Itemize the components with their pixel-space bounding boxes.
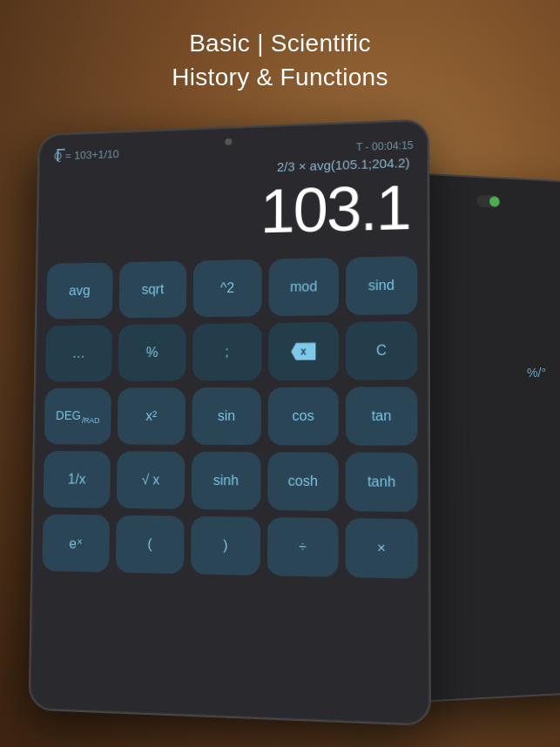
title-area: Basic | Scientific History & Functions <box>0 26 560 94</box>
timer-text: T - 00:04:15 <box>356 138 414 152</box>
main-tablet: Γ Q = 103+1/10 T - 00:04:15 2/3 × avg(10… <box>28 118 431 726</box>
btn-mod[interactable]: mod <box>268 258 339 316</box>
btn-divide[interactable]: ÷ <box>267 517 339 577</box>
indicator-dot <box>489 196 500 206</box>
title-line2: History & Functions <box>0 60 560 94</box>
history-expression: Q = 103+1/10 <box>54 147 119 162</box>
btn-exp[interactable]: eˣ <box>42 515 109 573</box>
btn-open-paren[interactable]: ( <box>116 515 185 574</box>
btn-semicolon[interactable]: ; <box>192 323 261 380</box>
btn-tanh[interactable]: tanh <box>346 453 418 512</box>
main-result: 103.1 <box>51 173 414 251</box>
btn-row-1: avg sqrt ^2 mod sind <box>46 256 417 320</box>
btn-cosh[interactable]: cosh <box>267 452 338 511</box>
btn-reciprocal[interactable]: 1/x <box>44 451 111 508</box>
btn-sinh[interactable]: sinh <box>192 452 261 510</box>
btn-pow2[interactable]: ^2 <box>193 259 262 317</box>
toggle-indicator <box>476 195 500 208</box>
btn-percent[interactable]: % <box>118 324 186 381</box>
btn-avg[interactable]: avg <box>46 263 113 320</box>
display-area: Q = 103+1/10 T - 00:04:15 2/3 × avg(105.… <box>37 132 428 257</box>
pct-label: %/° <box>527 366 546 380</box>
btn-delete[interactable]: x <box>268 322 339 380</box>
btn-multiply[interactable]: × <box>346 518 418 579</box>
btn-row-4: 1/x √ x sinh cosh tanh <box>44 451 418 512</box>
btn-clear[interactable]: C <box>346 321 417 380</box>
delete-shape: x <box>291 343 315 360</box>
btn-sin[interactable]: sin <box>192 387 261 445</box>
btn-tan[interactable]: tan <box>346 387 418 446</box>
title-line1: Basic | Scientific <box>0 26 560 60</box>
btn-sind[interactable]: sind <box>346 256 417 315</box>
btn-row-3: DEG/RAD x² sin cos tan <box>44 387 418 446</box>
btn-ellipsis[interactable]: … <box>45 326 112 382</box>
btn-row-5: eˣ ( ) ÷ × <box>42 515 417 579</box>
btn-sqrt[interactable]: sqrt <box>119 261 187 319</box>
btn-deg-rad[interactable]: DEG/RAD <box>44 388 111 445</box>
button-grid: avg sqrt ^2 mod sind … % ; x C DEG/RAD x… <box>32 249 429 590</box>
btn-sqrt-x[interactable]: √ x <box>117 452 186 509</box>
btn-close-paren[interactable]: ) <box>191 516 260 575</box>
btn-row-2: … % ; x C <box>45 321 417 381</box>
btn-x-squared[interactable]: x² <box>118 387 186 445</box>
btn-cos[interactable]: cos <box>268 387 339 446</box>
